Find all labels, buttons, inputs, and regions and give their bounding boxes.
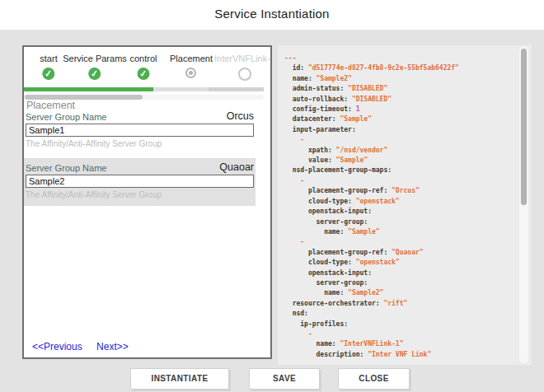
yaml-line: input-parameter: <box>284 125 515 135</box>
yaml-line: cloud-type: "openstack" <box>284 258 515 268</box>
vertical-scrollbar-thumb[interactable] <box>521 49 527 205</box>
check-icon: ✓ <box>88 67 101 80</box>
radio-selected-icon <box>185 68 196 78</box>
yaml-line: name: "Sample2" <box>284 288 515 298</box>
yaml-line: - <box>284 237 515 247</box>
yaml-line: server-group: <box>284 217 515 227</box>
progress-remainder <box>209 87 264 91</box>
server-group-name-input[interactable] <box>26 124 254 137</box>
server-group-orcus: Server Group Name Orcus The Affinity/Ant… <box>26 110 254 148</box>
field-helper-text: The Affinity/Anti-Affinity Server Group <box>26 190 254 199</box>
step-label: Placement <box>170 54 213 63</box>
progress-fill <box>24 87 153 91</box>
wizard-step-control[interactable]: control ✓ <box>129 54 157 80</box>
yaml-line: cloud-type: "openstack" <box>284 197 515 207</box>
yaml-line: server-group: <box>284 278 515 288</box>
step-label: Service Params <box>63 54 127 63</box>
yaml-line: description: "Inter VNF Link" <box>284 350 515 360</box>
vertical-scrollbar[interactable] <box>519 47 528 363</box>
yaml-line: nsd: <box>284 309 515 319</box>
yaml-line: placement-group-ref: "Quaoar" <box>284 248 515 258</box>
yaml-line: id: "d517774e-d827-4fb8-9c2e-55bf5ab6422… <box>284 63 515 73</box>
radio-empty-icon <box>238 68 251 81</box>
instantiate-button[interactable]: INSTANTIATE <box>130 368 229 390</box>
placement-heading: Placement <box>26 100 75 111</box>
check-icon: ✓ <box>137 67 150 80</box>
server-group-name-input[interactable] <box>26 175 254 188</box>
check-icon: ✓ <box>42 67 55 80</box>
yaml-line: - <box>284 176 515 186</box>
yaml-line: name: "InterVNFLink-1" <box>284 339 515 349</box>
yaml-line: - <box>284 329 515 339</box>
wizard-progress-bar <box>24 87 264 91</box>
yaml-code: --- id: "d517774e-d827-4fb8-9c2e-55bf5ab… <box>284 54 515 360</box>
step-label: control <box>129 54 157 63</box>
next-link[interactable]: Next>> <box>96 341 129 352</box>
yaml-line: config-timeout: 1 <box>284 105 515 114</box>
wizard-step-service-params[interactable]: Service Params ✓ <box>63 54 127 80</box>
yaml-line: admin-status: "DISABLED" <box>284 84 515 94</box>
yaml-line: --- <box>284 54 515 63</box>
wizard-step-placement[interactable]: Placement <box>170 54 213 82</box>
server-group-name-label: Server Group Name <box>26 112 106 122</box>
previous-link[interactable]: <<Previous <box>32 341 82 352</box>
yaml-line: resource-orchestrator: "rift" <box>284 299 515 309</box>
page-title: Service Instantiation <box>0 7 544 21</box>
service-instantiation-window: Service Instantiation start ✓ Service Pa… <box>0 0 544 392</box>
wizard-nav: <<Previous Next>> <box>32 341 129 352</box>
yaml-line: name: "Sample" <box>284 227 515 237</box>
field-helper-text: The Affinity/Anti-Affinity Server Group <box>26 139 254 148</box>
server-group-name-label: Server Group Name <box>26 163 106 173</box>
server-group-quaoar: Server Group Name Quaoar The Affinity/An… <box>24 158 256 206</box>
yaml-line: ip-profiles: <box>284 320 515 329</box>
step-label: InterVNFLink-1 <box>214 54 272 63</box>
save-button[interactable]: SAVE <box>249 368 320 390</box>
yaml-line: openstack-input: <box>284 207 515 217</box>
placement-group-name: Quaoar <box>219 161 254 173</box>
wizard-panel: start ✓ Service Params ✓ control ✓ Place… <box>22 45 272 359</box>
yaml-line: nsd-placement-group-maps: <box>284 166 515 175</box>
yaml-line: xpath: "/nsd/vendor" <box>284 146 515 156</box>
yaml-line: datacenter: "Sample" <box>284 114 515 124</box>
yaml-line: - <box>284 135 515 145</box>
close-button[interactable]: CLOSE <box>338 368 410 390</box>
wizard-step-intervnflink[interactable]: InterVNFLink-1 <box>214 54 272 84</box>
yaml-line: openstack-input: <box>284 268 515 278</box>
yaml-line: value: "Sample" <box>284 156 515 166</box>
yaml-preview-panel: --- id: "d517774e-d827-4fb8-9c2e-55bf5ab… <box>278 45 532 365</box>
header: Service Instantiation <box>0 0 544 30</box>
wizard-step-start[interactable]: start ✓ <box>40 54 57 80</box>
yaml-line: name: "Sample2" <box>284 74 515 84</box>
step-label: start <box>40 54 57 63</box>
placement-group-name: Orcus <box>227 110 254 122</box>
yaml-line: placement-group-ref: "Orcus" <box>284 186 515 196</box>
yaml-line: auto-rollback: "DISABLED" <box>284 95 515 105</box>
